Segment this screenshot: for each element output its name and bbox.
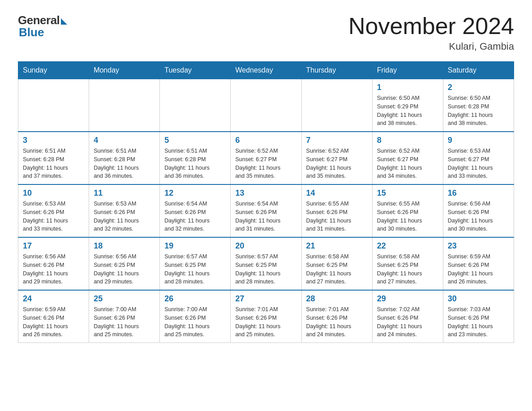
day-number: 13 — [235, 188, 296, 198]
calendar-week-row: 24Sunrise: 6:59 AM Sunset: 6:26 PM Dayli… — [18, 290, 514, 343]
day-number: 19 — [164, 241, 226, 251]
day-number: 6 — [235, 136, 296, 145]
header: General Blue November 2024 Kulari, Gambi… — [18, 13, 514, 52]
day-number: 18 — [94, 241, 155, 251]
day-number: 8 — [377, 136, 438, 145]
calendar-cell: 28Sunrise: 7:01 AM Sunset: 6:26 PM Dayli… — [301, 290, 372, 343]
day-of-week-header: Saturday — [443, 62, 514, 79]
page-title: November 2024 — [348, 13, 514, 39]
calendar-week-row: 3Sunrise: 6:51 AM Sunset: 6:28 PM Daylig… — [18, 132, 514, 184]
day-info: Sunrise: 6:57 AM Sunset: 6:25 PM Dayligh… — [235, 253, 296, 286]
calendar-cell: 25Sunrise: 7:00 AM Sunset: 6:26 PM Dayli… — [89, 290, 160, 343]
calendar-cell: 16Sunrise: 6:56 AM Sunset: 6:26 PM Dayli… — [443, 184, 514, 237]
logo-blue-text: Blue — [19, 26, 44, 39]
day-info: Sunrise: 6:53 AM Sunset: 6:26 PM Dayligh… — [23, 200, 84, 233]
day-info: Sunrise: 6:56 AM Sunset: 6:25 PM Dayligh… — [94, 253, 155, 286]
calendar-cell: 14Sunrise: 6:55 AM Sunset: 6:26 PM Dayli… — [301, 184, 372, 237]
day-info: Sunrise: 6:56 AM Sunset: 6:26 PM Dayligh… — [23, 253, 84, 286]
day-number: 1 — [377, 83, 438, 92]
calendar: SundayMondayTuesdayWednesdayThursdayFrid… — [18, 61, 514, 343]
calendar-header: SundayMondayTuesdayWednesdayThursdayFrid… — [18, 62, 514, 79]
calendar-cell: 15Sunrise: 6:55 AM Sunset: 6:26 PM Dayli… — [372, 184, 443, 237]
day-number: 28 — [306, 294, 368, 304]
calendar-body: 1Sunrise: 6:50 AM Sunset: 6:29 PM Daylig… — [18, 79, 514, 343]
calendar-cell: 22Sunrise: 6:58 AM Sunset: 6:25 PM Dayli… — [372, 237, 443, 290]
day-number: 3 — [23, 136, 84, 145]
day-info: Sunrise: 6:56 AM Sunset: 6:26 PM Dayligh… — [448, 200, 509, 233]
day-info: Sunrise: 6:52 AM Sunset: 6:27 PM Dayligh… — [377, 147, 438, 180]
day-number: 20 — [235, 241, 296, 251]
day-number: 17 — [23, 241, 84, 251]
day-info: Sunrise: 7:00 AM Sunset: 6:26 PM Dayligh… — [94, 305, 155, 339]
day-info: Sunrise: 6:52 AM Sunset: 6:27 PM Dayligh… — [235, 147, 296, 180]
calendar-cell: 12Sunrise: 6:54 AM Sunset: 6:26 PM Dayli… — [160, 184, 231, 237]
day-number: 30 — [448, 294, 509, 304]
calendar-week-row: 10Sunrise: 6:53 AM Sunset: 6:26 PM Dayli… — [18, 184, 514, 237]
calendar-cell: 19Sunrise: 6:57 AM Sunset: 6:25 PM Dayli… — [160, 237, 231, 290]
day-info: Sunrise: 6:50 AM Sunset: 6:28 PM Dayligh… — [448, 94, 509, 128]
calendar-cell: 7Sunrise: 6:52 AM Sunset: 6:27 PM Daylig… — [301, 132, 372, 184]
day-number: 7 — [306, 136, 368, 145]
calendar-cell — [89, 79, 160, 132]
day-number: 24 — [23, 294, 84, 304]
calendar-cell: 30Sunrise: 7:03 AM Sunset: 6:26 PM Dayli… — [443, 290, 514, 343]
day-info: Sunrise: 6:50 AM Sunset: 6:29 PM Dayligh… — [377, 94, 438, 128]
day-info: Sunrise: 7:00 AM Sunset: 6:26 PM Dayligh… — [164, 305, 226, 339]
day-info: Sunrise: 6:55 AM Sunset: 6:26 PM Dayligh… — [306, 200, 368, 233]
calendar-cell — [160, 79, 231, 132]
calendar-cell: 10Sunrise: 6:53 AM Sunset: 6:26 PM Dayli… — [18, 184, 89, 237]
day-number: 16 — [448, 188, 509, 198]
day-info: Sunrise: 6:58 AM Sunset: 6:25 PM Dayligh… — [306, 253, 368, 286]
day-number: 2 — [448, 83, 509, 92]
days-of-week-row: SundayMondayTuesdayWednesdayThursdayFrid… — [18, 62, 514, 79]
calendar-cell: 26Sunrise: 7:00 AM Sunset: 6:26 PM Dayli… — [160, 290, 231, 343]
day-info: Sunrise: 7:03 AM Sunset: 6:26 PM Dayligh… — [448, 305, 509, 339]
calendar-cell — [301, 79, 372, 132]
calendar-week-row: 1Sunrise: 6:50 AM Sunset: 6:29 PM Daylig… — [18, 79, 514, 132]
day-info: Sunrise: 6:51 AM Sunset: 6:28 PM Dayligh… — [94, 147, 155, 180]
calendar-cell: 1Sunrise: 6:50 AM Sunset: 6:29 PM Daylig… — [372, 79, 443, 132]
calendar-cell: 21Sunrise: 6:58 AM Sunset: 6:25 PM Dayli… — [301, 237, 372, 290]
day-of-week-header: Friday — [372, 62, 443, 79]
day-number: 4 — [94, 136, 155, 145]
day-number: 9 — [448, 136, 509, 145]
day-info: Sunrise: 6:51 AM Sunset: 6:28 PM Dayligh… — [23, 147, 84, 180]
day-info: Sunrise: 7:01 AM Sunset: 6:26 PM Dayligh… — [306, 305, 368, 339]
day-number: 21 — [306, 241, 368, 251]
day-info: Sunrise: 6:57 AM Sunset: 6:25 PM Dayligh… — [164, 253, 226, 286]
day-number: 23 — [448, 241, 509, 251]
day-number: 26 — [164, 294, 226, 304]
calendar-cell: 4Sunrise: 6:51 AM Sunset: 6:28 PM Daylig… — [89, 132, 160, 184]
calendar-cell: 24Sunrise: 6:59 AM Sunset: 6:26 PM Dayli… — [18, 290, 89, 343]
day-of-week-header: Sunday — [18, 62, 89, 79]
calendar-cell — [231, 79, 301, 132]
logo-arrow-icon — [61, 18, 67, 25]
day-number: 25 — [94, 294, 155, 304]
calendar-cell: 23Sunrise: 6:59 AM Sunset: 6:26 PM Dayli… — [443, 237, 514, 290]
day-info: Sunrise: 7:01 AM Sunset: 6:26 PM Dayligh… — [235, 305, 296, 339]
day-info: Sunrise: 7:02 AM Sunset: 6:26 PM Dayligh… — [377, 305, 438, 339]
day-info: Sunrise: 6:53 AM Sunset: 6:27 PM Dayligh… — [448, 147, 509, 180]
calendar-cell: 9Sunrise: 6:53 AM Sunset: 6:27 PM Daylig… — [443, 132, 514, 184]
calendar-cell — [18, 79, 89, 132]
day-info: Sunrise: 6:54 AM Sunset: 6:26 PM Dayligh… — [235, 200, 296, 233]
calendar-cell: 20Sunrise: 6:57 AM Sunset: 6:25 PM Dayli… — [231, 237, 301, 290]
day-of-week-header: Wednesday — [231, 62, 301, 79]
day-number: 5 — [164, 136, 226, 145]
day-info: Sunrise: 6:51 AM Sunset: 6:28 PM Dayligh… — [164, 147, 226, 180]
day-of-week-header: Thursday — [301, 62, 372, 79]
logo: General Blue — [18, 13, 67, 39]
calendar-week-row: 17Sunrise: 6:56 AM Sunset: 6:26 PM Dayli… — [18, 237, 514, 290]
day-number: 14 — [306, 188, 368, 198]
day-info: Sunrise: 6:54 AM Sunset: 6:26 PM Dayligh… — [164, 200, 226, 233]
day-number: 15 — [377, 188, 438, 198]
calendar-cell: 5Sunrise: 6:51 AM Sunset: 6:28 PM Daylig… — [160, 132, 231, 184]
calendar-cell: 2Sunrise: 6:50 AM Sunset: 6:28 PM Daylig… — [443, 79, 514, 132]
calendar-cell: 13Sunrise: 6:54 AM Sunset: 6:26 PM Dayli… — [231, 184, 301, 237]
day-info: Sunrise: 6:55 AM Sunset: 6:26 PM Dayligh… — [377, 200, 438, 233]
day-info: Sunrise: 6:58 AM Sunset: 6:25 PM Dayligh… — [377, 253, 438, 286]
day-number: 12 — [164, 188, 226, 198]
day-info: Sunrise: 6:59 AM Sunset: 6:26 PM Dayligh… — [448, 253, 509, 286]
calendar-cell: 3Sunrise: 6:51 AM Sunset: 6:28 PM Daylig… — [18, 132, 89, 184]
calendar-cell: 18Sunrise: 6:56 AM Sunset: 6:25 PM Dayli… — [89, 237, 160, 290]
